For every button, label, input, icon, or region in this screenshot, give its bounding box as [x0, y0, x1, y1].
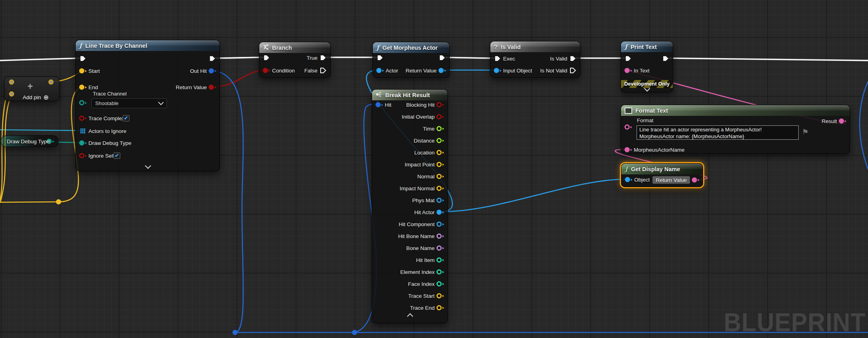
pin-line-trace-by-channel-exec-out[interactable]: [209, 55, 216, 62]
pin-line-trace-by-channel-trace-complex[interactable]: [79, 116, 87, 121]
wire-edge-to-reroute-vector[interactable]: [0, 202, 59, 202]
pin-format-text-result[interactable]: [839, 119, 846, 124]
add-pin-button[interactable]: Add pin⊕: [23, 94, 49, 101]
pin-break-hit-result-impact-normal[interactable]: [437, 186, 444, 191]
pin-break-hit-result-time[interactable]: [437, 126, 444, 131]
pin-break-hit-result-hit[interactable]: [376, 102, 383, 107]
pin-break-hit-result-bone-name[interactable]: [437, 246, 444, 251]
pin-branch-condition[interactable]: [263, 68, 270, 73]
blueprint-graph-canvas[interactable]: BLUEPRINT ƒLine Trace By ChannelStartEnd…: [0, 0, 868, 338]
pin-make-array-add-pin-wild-in-bottom[interactable]: [9, 92, 14, 97]
wire-exec-edge-to-linetrace[interactable]: [0, 58, 82, 61]
pin-is-valid-input-object[interactable]: [494, 68, 502, 73]
pin-line-trace-by-channel-return-value[interactable]: [209, 85, 216, 90]
pin-label-end: End: [88, 84, 98, 90]
pin-line-trace-by-channel-actors-to-ignore[interactable]: [80, 129, 86, 134]
pin-branch-true-out[interactable]: [320, 55, 327, 61]
reroute-hit-2[interactable]: [352, 330, 357, 335]
pin-branch-exec-in[interactable]: [263, 55, 270, 61]
pin-label-return-value: Return Value: [176, 84, 207, 90]
reroute-vector[interactable]: [56, 199, 61, 205]
pin-line-trace-by-channel-start[interactable]: [79, 68, 87, 74]
node-header-get-display-name[interactable]: ƒGet Display Name: [621, 164, 703, 174]
pin-print-text-exec-out[interactable]: [662, 55, 669, 62]
trace-complex-checkbox[interactable]: ✔: [123, 115, 129, 121]
reroute-hit-1[interactable]: [233, 330, 238, 335]
pin-format-text-format[interactable]: [625, 125, 632, 130]
pin-print-text-exec-in[interactable]: [625, 55, 632, 62]
node-header-break-hit-result[interactable]: Break Hit Result: [372, 90, 447, 100]
pin-break-hit-result-location[interactable]: [437, 150, 444, 155]
pin-break-hit-result-normal[interactable]: [437, 174, 444, 179]
node-draw-debug-type-getter[interactable]: Draw Debug Type: [1, 135, 59, 147]
ignore-self-checkbox[interactable]: ✔: [114, 152, 120, 159]
node-format-text[interactable]: Format TextMorpheusActorNameResultFormat…: [621, 105, 850, 154]
pin-break-hit-result-element-index[interactable]: [437, 270, 444, 275]
pin-break-hit-result-trace-start[interactable]: [437, 293, 444, 299]
wire-exec-morpheus-to-isvalid[interactable]: [442, 57, 497, 58]
pin-break-hit-result-impact-point[interactable]: [437, 162, 444, 167]
node-title: Get Morpheus Actor: [382, 45, 438, 51]
pin-break-hit-result-hit-bone-name[interactable]: [437, 234, 444, 239]
pin-get-morpheus-actor-return-value[interactable]: [439, 68, 446, 73]
collapse-chevron[interactable]: [407, 313, 413, 317]
expand-chevron[interactable]: [644, 87, 650, 91]
pin-line-trace-by-channel-ignore-self[interactable]: [79, 153, 87, 158]
node-header-get-morpheus-actor[interactable]: ƒGet Morpheus Actor: [373, 42, 449, 53]
pin-is-valid-is-not-valid-out[interactable]: [570, 67, 576, 74]
pin-break-hit-result-face-index[interactable]: [437, 281, 444, 287]
wire-hitactor-to-object[interactable]: [440, 179, 627, 212]
node-make-array-add-pin[interactable]: +Add pin⊕: [4, 76, 59, 101]
node-get-display-name[interactable]: ƒGet Display NameObjectReturn Value: [621, 163, 703, 187]
localization-flag-icon[interactable]: ⚑: [802, 127, 809, 137]
function-icon: ƒ: [625, 43, 627, 51]
pin-make-array-add-pin-wild-in-top[interactable]: [9, 80, 14, 85]
pin-is-valid-is-valid-out[interactable]: [570, 55, 576, 62]
pin-break-hit-result-trace-end[interactable]: [437, 305, 444, 311]
wire-exec-linetrace-to-branch[interactable]: [212, 57, 266, 58]
node-break-hit-result[interactable]: Break Hit ResultHitBlocking HitInitial O…: [372, 89, 448, 323]
pin-format-text-morpheus-actor-name[interactable]: [625, 147, 632, 152]
pin-get-morpheus-actor-actor[interactable]: [376, 68, 384, 73]
pin-print-text-in-text[interactable]: [625, 68, 632, 73]
pin-branch-false-out[interactable]: [320, 67, 327, 74]
pin-label-impact-normal: Impact Normal: [400, 186, 435, 191]
node-header-format-text[interactable]: Format Text: [621, 105, 850, 116]
node-is-valid[interactable]: ?Is ValidExecIs ValidInput ObjectIs Not …: [490, 41, 580, 78]
node-header-is-valid[interactable]: ?Is Valid: [490, 41, 580, 52]
pin-get-display-name-object[interactable]: [625, 177, 633, 182]
pin-break-hit-result-blocking-hit[interactable]: [437, 102, 444, 107]
pin-line-trace-by-channel-draw-debug-type[interactable]: [79, 141, 87, 146]
pin-label-time: Time: [423, 126, 435, 132]
node-header-branch[interactable]: Branch: [259, 42, 330, 53]
pin-make-array-add-pin-wild-out[interactable]: [49, 80, 54, 85]
pin-break-hit-result-phys-mat[interactable]: [437, 198, 444, 203]
node-header-print-text[interactable]: ƒPrint Text: [621, 41, 673, 52]
expand-chevron[interactable]: [145, 164, 151, 168]
pin-line-trace-by-channel-exec-in[interactable]: [80, 55, 86, 62]
pin-break-hit-result-hit-item[interactable]: [437, 258, 444, 263]
wire-exec-printtext-to-edge[interactable]: [666, 58, 868, 61]
pin-get-morpheus-actor-exec-in[interactable]: [377, 55, 384, 61]
pin-line-trace-by-channel-trace-channel[interactable]: [79, 100, 87, 106]
wire-actors-array-wire[interactable]: [0, 130, 81, 131]
pin-line-trace-by-channel-end[interactable]: [79, 85, 87, 90]
node-get-morpheus-actor[interactable]: ƒGet Morpheus ActorActorReturn Value: [372, 42, 450, 78]
pin-break-hit-result-distance[interactable]: [437, 138, 444, 143]
pin-label-return-value: Return Value: [406, 68, 437, 74]
pin-get-morpheus-actor-exec-out[interactable]: [439, 55, 446, 61]
wire-offscreen-right-arc[interactable]: [860, 82, 868, 169]
pin-break-hit-result-hit-component[interactable]: [437, 222, 444, 227]
pin-line-trace-by-channel-out-hit[interactable]: [209, 68, 216, 74]
node-line-trace-by-channel[interactable]: ƒLine Trace By ChannelStartEndTrace Comp…: [75, 40, 220, 171]
format-value-field[interactable]: Line trace hit an actor representing a M…: [637, 125, 799, 140]
node-branch[interactable]: BranchTrueConditionFalse: [259, 42, 331, 78]
node-print-text[interactable]: ƒPrint TextIn TextDevelopment Only: [621, 41, 673, 92]
node-header-line-trace-by-channel[interactable]: ƒLine Trace By Channel: [76, 40, 219, 51]
trace-channel-dropdown[interactable]: Shootable: [91, 98, 167, 108]
pin-break-hit-result-hit-actor[interactable]: [437, 210, 444, 215]
pin-is-valid-exec-in[interactable]: [494, 55, 501, 62]
pin-break-hit-result-initial-overlap[interactable]: [437, 114, 444, 119]
pin-get-display-name-return-value[interactable]: [692, 178, 699, 183]
branch-icon: [263, 44, 269, 51]
